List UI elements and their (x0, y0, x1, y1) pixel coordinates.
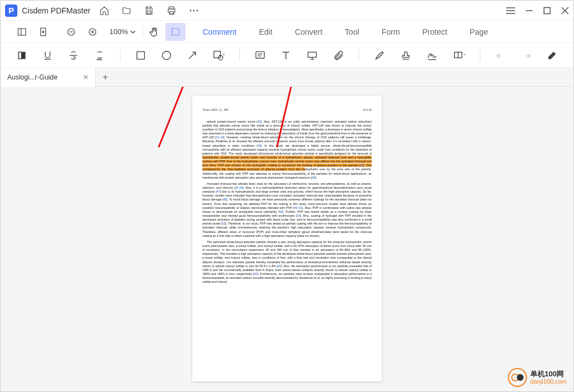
page-view-icon[interactable] (33, 23, 53, 41)
svg-rect-15 (41, 28, 46, 36)
workspace: Toxins 2019, 11, 389 8 of 16 adsorb prot… (1, 87, 573, 391)
tab-edit[interactable]: Edit (259, 27, 272, 36)
rectangle-tool-icon[interactable] (135, 49, 146, 62)
hand-tool-icon[interactable] (144, 23, 164, 41)
minimize-icon[interactable] (525, 7, 533, 15)
svg-rect-22 (172, 29, 179, 35)
tab-comment[interactable]: Comment (202, 27, 237, 36)
textbox-tool-icon[interactable] (306, 49, 318, 62)
document-tab[interactable]: Auslogi...r-Guide ✕ (1, 68, 96, 87)
svg-rect-0 (147, 11, 151, 13)
document-tab-label: Auslogi...r-Guide (7, 73, 57, 81)
undo-icon[interactable] (495, 49, 506, 62)
sidebar-toggle-icon[interactable] (12, 23, 32, 41)
tab-protect[interactable]: Protect (422, 27, 447, 36)
highlight-tool-icon[interactable] (16, 49, 27, 62)
app-title: Cisdem PDFMaster (22, 6, 90, 15)
svg-point-4 (193, 10, 195, 11)
save-icon[interactable] (144, 6, 154, 16)
doc-paragraph: Activated charcoal has already been used… (202, 182, 372, 238)
maximize-icon[interactable] (543, 7, 551, 15)
tab-form[interactable]: Form (382, 27, 400, 36)
pencil-tool-icon[interactable] (374, 49, 385, 62)
select-tool-icon[interactable] (165, 23, 186, 41)
compare-tool-icon[interactable] (453, 49, 465, 62)
svg-rect-26 (137, 52, 144, 59)
watermark-logo-icon (508, 368, 527, 387)
zoom-level[interactable]: 100% (104, 27, 141, 36)
open-folder-icon[interactable] (122, 6, 132, 16)
tab-tool[interactable]: Tool (345, 27, 359, 36)
svg-rect-10 (544, 7, 550, 13)
svg-line-43 (159, 87, 192, 147)
app-logo: P (5, 4, 17, 17)
svg-point-16 (42, 31, 44, 32)
tab-convert[interactable]: Convert (295, 27, 322, 36)
strikethrough-tool-icon[interactable] (68, 49, 79, 62)
doc-paragraph: The optimized whole-blood adsorber parti… (202, 240, 372, 284)
redo-icon[interactable] (521, 49, 532, 62)
pdf-page[interactable]: Toxins 2019, 11, 389 8 of 16 adsorb prot… (192, 96, 382, 381)
close-icon[interactable] (561, 7, 569, 15)
close-tab-icon[interactable]: ✕ (83, 73, 89, 81)
svg-point-27 (162, 51, 170, 59)
shape-dropdown-icon[interactable] (212, 49, 225, 62)
tab-page[interactable]: Page (470, 27, 488, 36)
squiggly-tool-icon[interactable] (94, 49, 105, 62)
add-tab-button[interactable]: + (96, 72, 115, 82)
home-icon[interactable] (99, 6, 109, 16)
eraser-tool-icon[interactable] (547, 49, 558, 62)
doc-header-right: 8 of 16 (363, 108, 372, 112)
text-tool-icon[interactable] (280, 49, 291, 62)
circle-tool-icon[interactable] (161, 49, 172, 62)
signature-tool-icon[interactable] (426, 49, 438, 62)
stamp-tool-icon[interactable] (400, 49, 411, 62)
attachment-tool-icon[interactable] (333, 49, 344, 62)
underline-tool-icon[interactable] (42, 49, 53, 62)
more-icon[interactable] (189, 10, 199, 12)
arrow-tool-icon[interactable] (187, 49, 198, 62)
watermark-text-2: danji100.com (530, 378, 567, 385)
svg-line-28 (189, 52, 196, 59)
watermark-text-1: 单机100网 (530, 370, 567, 378)
svg-rect-31 (256, 52, 265, 58)
svg-rect-2 (170, 11, 173, 14)
svg-rect-36 (308, 52, 317, 57)
svg-point-3 (190, 10, 192, 11)
svg-rect-29 (214, 51, 221, 58)
zoom-out-icon[interactable] (61, 23, 81, 41)
svg-rect-13 (18, 29, 26, 35)
svg-point-5 (197, 10, 198, 11)
watermark: 单机100网 danji100.com (508, 368, 567, 387)
doc-header-left: Toxins 2019, 11, 389 (202, 108, 228, 112)
zoom-in-icon[interactable] (82, 23, 103, 41)
print-icon[interactable] (166, 6, 177, 16)
doc-paragraph: adsorb protein-bound uremic toxins [40].… (202, 120, 372, 180)
note-tool-icon[interactable] (254, 49, 266, 62)
menu-icon[interactable] (506, 7, 515, 15)
